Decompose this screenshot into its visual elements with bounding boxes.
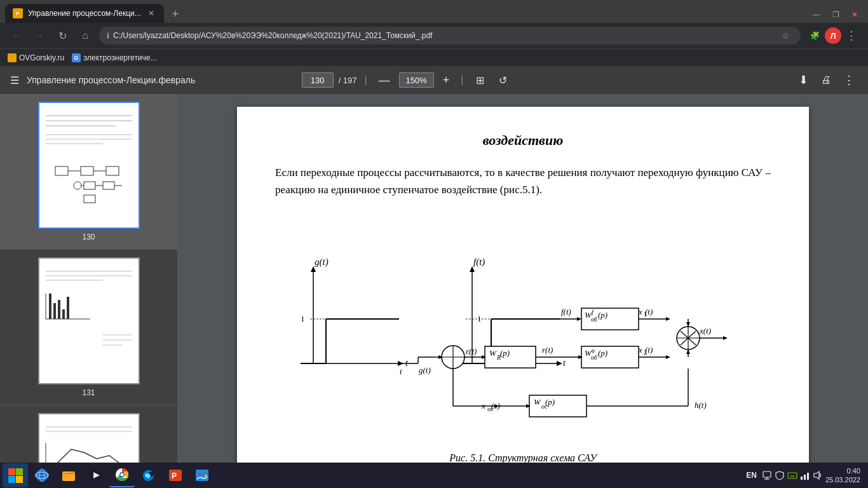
taskbar-powerpoint[interactable]: P bbox=[163, 463, 188, 487]
minimize-button[interactable]: — bbox=[808, 9, 825, 20]
svg-text:h(t): h(t) bbox=[695, 400, 707, 410]
svg-rect-160 bbox=[804, 475, 806, 480]
tab-close-button[interactable]: ✕ bbox=[146, 8, 156, 18]
svg-text:1: 1 bbox=[477, 314, 482, 323]
lock-icon: ℹ bbox=[107, 32, 109, 40]
thumbnail-132[interactable]: 132 bbox=[0, 405, 177, 463]
svg-point-153 bbox=[205, 475, 207, 477]
new-tab-button[interactable]: + bbox=[166, 5, 184, 23]
svg-text:(p): (p) bbox=[598, 348, 607, 358]
toolbar-actions: 🧩 Л ⋮ bbox=[806, 27, 860, 44]
more-options-button[interactable]: ⋮ bbox=[840, 71, 858, 89]
svg-rect-28 bbox=[62, 309, 65, 319]
url-bar[interactable]: ℹ C:/Users/lyazzat/Desktop/АСУ%20в%20ЭЭ%… bbox=[99, 27, 801, 44]
url-text: C:/Users/lyazzat/Desktop/АСУ%20в%20ЭЭ%20… bbox=[113, 31, 774, 40]
network-icon bbox=[762, 470, 772, 480]
pdf-main-view[interactable]: воздействию Если переходные процессы рас… bbox=[178, 94, 868, 463]
browser-window: P Управление процессом-Лекци... ✕ + — ❐ … bbox=[0, 0, 868, 488]
print-button[interactable]: 🖨 bbox=[817, 71, 835, 89]
taskbar-media[interactable] bbox=[83, 463, 108, 487]
svg-text:f(t): f(t) bbox=[561, 307, 571, 316]
home-button[interactable]: ⌂ bbox=[76, 27, 94, 44]
pdf-menu-icon[interactable]: ☰ bbox=[10, 74, 19, 86]
thumb-image-131 bbox=[38, 257, 140, 384]
thumb-image-130 bbox=[38, 102, 140, 229]
extensions-button[interactable]: 🧩 bbox=[806, 27, 824, 44]
page-heading: воздействию bbox=[275, 132, 771, 149]
start-button[interactable] bbox=[3, 463, 28, 487]
svg-point-15 bbox=[74, 182, 81, 189]
window-controls: — ❐ ✕ bbox=[808, 9, 863, 23]
svg-marker-98 bbox=[686, 349, 690, 354]
svg-rect-18 bbox=[84, 195, 95, 203]
svg-point-147 bbox=[121, 473, 124, 477]
svg-rect-10 bbox=[55, 166, 68, 175]
zoom-input[interactable] bbox=[399, 72, 434, 88]
rotate-button[interactable]: ↺ bbox=[494, 71, 512, 89]
svg-marker-83 bbox=[723, 336, 728, 340]
svg-rect-161 bbox=[807, 473, 809, 480]
shield-icon bbox=[775, 470, 785, 480]
svg-rect-27 bbox=[58, 300, 60, 319]
svg-text:(p): (p) bbox=[500, 348, 510, 358]
svg-rect-135 bbox=[8, 476, 15, 483]
svg-rect-159 bbox=[801, 477, 803, 480]
svg-point-152 bbox=[202, 471, 205, 474]
svg-rect-17 bbox=[103, 182, 114, 189]
svg-text:P: P bbox=[16, 11, 20, 17]
thumbnail-131[interactable]: 131 bbox=[0, 250, 177, 405]
svg-text:g(t): g(t) bbox=[315, 257, 329, 268]
zoom-out-button[interactable]: — bbox=[375, 72, 394, 88]
tab-bar: P Управление процессом-Лекци... ✕ + — ❐ … bbox=[0, 0, 868, 23]
download-button[interactable]: ⬇ bbox=[794, 71, 812, 89]
diagram-container: g(t) t 1 bbox=[275, 211, 771, 446]
taskbar-files[interactable] bbox=[56, 463, 81, 487]
svg-text:x: x bbox=[638, 307, 642, 316]
svg-text:(p): (p) bbox=[545, 397, 555, 407]
svg-text:f(t): f(t) bbox=[473, 257, 485, 268]
profile-button[interactable]: Л bbox=[825, 27, 841, 44]
maximize-button[interactable]: ❐ bbox=[827, 9, 844, 20]
bookmark-label-ovgorskiy: OVGorskiy.ru bbox=[19, 53, 64, 62]
taskbar-edge[interactable] bbox=[136, 463, 161, 487]
thumb-page-num-130: 130 bbox=[82, 233, 95, 241]
svg-rect-25 bbox=[49, 294, 51, 319]
bookmark-favicon-ovgorskiy bbox=[8, 53, 17, 62]
active-tab[interactable]: P Управление процессом-Лекци... ✕ bbox=[5, 4, 164, 23]
reload-button[interactable]: ↻ bbox=[53, 27, 71, 44]
page-number-input[interactable] bbox=[302, 72, 334, 88]
page-total: / 197 bbox=[339, 76, 357, 85]
fit-page-button[interactable]: ⊞ bbox=[471, 71, 489, 89]
chrome-menu-button[interactable]: ⋮ bbox=[843, 27, 860, 44]
thumb-page-num-131: 131 bbox=[82, 388, 95, 397]
back-button[interactable]: ← bbox=[8, 27, 25, 44]
pdf-page-130: воздействию Если переходные процессы рас… bbox=[237, 107, 809, 463]
close-window-button[interactable]: ✕ bbox=[846, 9, 863, 20]
svg-text:(p): (p) bbox=[598, 310, 607, 320]
page-navigation: / 197 | — + | ⊞ ↺ bbox=[302, 71, 512, 89]
bookmark-favicon-electro: G bbox=[72, 53, 81, 62]
svg-text:nv: nv bbox=[790, 474, 795, 478]
thumb-image-132 bbox=[38, 413, 140, 463]
svg-text:P: P bbox=[172, 471, 177, 480]
current-date: 25.03.2022 bbox=[825, 475, 860, 484]
page-paragraph: Если переходные процессы рассчитываются,… bbox=[275, 164, 771, 198]
svg-rect-16 bbox=[84, 182, 95, 189]
taskbar-paint[interactable] bbox=[189, 463, 215, 487]
bookmark-ovgorskiy[interactable]: OVGorskiy.ru bbox=[8, 53, 64, 62]
bookmark-electro[interactable]: G электроэнергетиче... bbox=[72, 53, 156, 62]
svg-text:G: G bbox=[74, 55, 79, 61]
svg-marker-93 bbox=[666, 355, 670, 359]
zoom-in-button[interactable]: + bbox=[439, 72, 454, 88]
taskbar-chrome[interactable] bbox=[109, 463, 135, 487]
svg-text:t: t bbox=[400, 367, 402, 376]
svg-rect-154 bbox=[763, 471, 771, 477]
svg-text:t: t bbox=[563, 358, 566, 368]
thumbnail-130[interactable]: 130 bbox=[0, 94, 177, 250]
taskbar-ie[interactable] bbox=[29, 463, 55, 487]
svg-text:(t): (t) bbox=[645, 345, 653, 355]
bookmark-star-icon[interactable]: ☆ bbox=[778, 28, 793, 43]
svg-marker-86 bbox=[686, 322, 690, 327]
forward-button[interactable]: → bbox=[31, 27, 48, 44]
svg-rect-134 bbox=[16, 468, 23, 475]
